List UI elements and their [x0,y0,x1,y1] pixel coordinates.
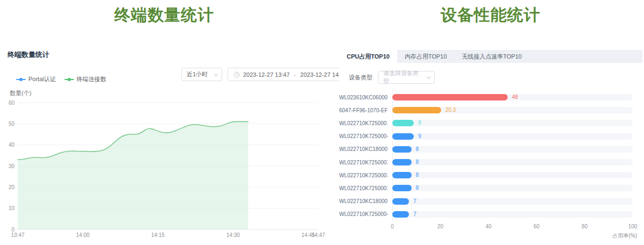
cpu-top10-bar-chart: WL023610KC06000043 48 6047-FF96-1070-EF0… [339,91,642,221]
bar-row: WL022710K725000369 8 [339,182,633,194]
bar-fill [392,107,441,113]
bar-fill [392,159,412,165]
x-tick-label: 14:00 [76,232,90,238]
tab-CPU占用TOP10[interactable]: CPU占用TOP10 [339,50,397,63]
bar-track: 9 [392,120,633,126]
bar-track: 7 [392,198,633,205]
chevron-down-icon [214,71,218,76]
x-tick-label: 13:47 [11,232,24,238]
chevron-down-icon [426,74,430,78]
x-tick-label: 14:15 [151,232,165,238]
bar-value-label: 20.3 [445,107,456,113]
device-performance-card: CPU占用TOP10内存占用TOP10无线接入点速率TOP10 设备类型 请选择… [339,50,642,243]
terminal-count-area-chart: 010203040506013:4714:0014:1514:3014:4514… [0,86,328,245]
tab-无线接入点速率TOP10[interactable]: 无线接入点速率TOP10 [455,50,530,63]
y-tick-label: 20 [9,184,15,190]
legend-item[interactable]: 终端连接数 [64,75,106,83]
bar-fill [392,185,412,191]
bar-track: 8 [392,146,633,153]
x-tick-label: 14:47 [311,232,325,238]
date-separator: - [294,71,296,78]
chart-filter-controls: 近1小时 2023-12-27 13:47 - 2023-12-27 14:47 [181,68,353,81]
legend-line-dot-icon [64,77,74,82]
device-type-label: 设备类型 [349,74,372,82]
bar-value-label: 48 [512,94,518,100]
bar-device-label: WL022710K725000369 [339,185,387,191]
chart-legend: Portal认证 终端连接数 [16,75,106,83]
bar-row: WL022710KC18000372 7 [339,195,633,208]
bar-device-label: WL022710KC18000372 [339,198,387,204]
bar-row: WL023610KC06000043 48 [339,91,633,104]
bar-track: 7 [392,211,633,218]
time-range-value: 近1小时 [187,70,208,78]
bar-x-tick-label: 40 [486,224,492,229]
bar-x-axis: 020406080100 [392,224,633,231]
bar-track: 48 [392,94,633,100]
y-tick-label: 60 [9,100,15,106]
bar-x-tick-label: 20 [437,224,443,229]
y-tick-label: 40 [9,142,15,148]
legend-label: 终端连接数 [77,75,106,83]
bar-row: 6047-FF96-1070-EF0A 20.3 [339,104,633,117]
legend-item[interactable]: Portal认证 [16,75,56,83]
bar-track: 9 [392,133,633,140]
bar-value-label: 8 [416,159,419,165]
bar-fill [392,94,508,100]
legend-label: Portal认证 [28,75,56,83]
bar-track: 8 [392,172,633,178]
bar-fill [392,146,412,153]
date-range-picker[interactable]: 2023-12-27 13:47 - 2023-12-27 14:47 [228,68,353,81]
bar-fill [392,211,409,218]
bar-device-label: 6047-FF96-1070-EF0A [339,107,387,113]
y-tick-label: 30 [9,163,15,169]
bar-value-label: 9 [418,120,421,126]
bar-device-label: WL022710K725000470 [339,211,387,217]
time-range-select[interactable]: 近1小时 [181,68,222,81]
bar-device-label: WL023610KC06000043 [339,95,387,100]
bar-value-label: 8 [416,185,419,191]
bar-device-label: WL022710KC18000280 [339,146,387,152]
bar-value-label: 8 [416,172,419,178]
bar-x-tick-label: 0 [391,224,394,229]
bar-row: WL022710K725000272 8 [339,156,633,169]
bar-fill [392,120,414,126]
bar-device-label: WL022710K725000272 [339,160,387,165]
bar-device-label: WL022710K725000409 [339,133,387,139]
bar-row: WL022710KC18000280 8 [339,143,633,156]
bar-row: WL022710K725000307 8 [339,169,633,182]
performance-tabs: CPU占用TOP10内存占用TOP10无线接入点速率TOP10 [339,50,642,63]
device-type-select[interactable]: 请选择设备类型 [378,71,435,84]
bar-fill [392,198,409,205]
bar-device-label: WL022710K725000102 [339,120,387,126]
tab-内存占用TOP10[interactable]: 内存占用TOP10 [397,50,455,63]
bar-track: 8 [392,159,633,165]
bar-x-tick-label: 100 [628,224,638,229]
bar-x-axis-unit: 占用率(%) [339,232,642,240]
legend-line-dot-icon [16,77,26,82]
bar-row: WL022710K725000409 9 [339,130,633,143]
date-start: 2023-12-27 13:47 [243,71,290,78]
terminal-stats-heading: 终端数量统计 [0,4,328,26]
terminal-panel-title: 终端数量统计 [8,50,49,60]
device-type-placeholder: 请选择设备类型 [383,69,422,85]
y-tick-label: 0 [11,227,14,233]
bar-track: 8 [392,185,633,191]
bar-value-label: 7 [413,211,416,218]
dashboard: 终端数量统计 设备性能统计 终端数量统计 近1小时 2023-12-27 13:… [0,0,644,245]
bar-x-tick-label: 80 [582,224,588,229]
bar-fill [392,172,412,178]
y-tick-label: 50 [9,121,15,127]
bar-value-label: 8 [416,146,419,153]
bar-track: 20.3 [392,107,633,113]
area-fill [18,121,248,229]
x-tick-label: 14:30 [226,232,240,238]
bar-x-tick-label: 60 [533,224,539,229]
device-performance-heading: 设备性能统计 [339,4,642,26]
bar-device-label: WL022710K725000307 [339,172,387,178]
bar-row: WL022710K725000470 7 [339,208,633,221]
bar-value-label: 7 [413,198,416,205]
bar-row: WL022710K725000102 9 [339,117,633,129]
clock-icon [233,71,240,78]
y-tick-label: 10 [9,205,15,211]
bar-fill [392,133,414,140]
